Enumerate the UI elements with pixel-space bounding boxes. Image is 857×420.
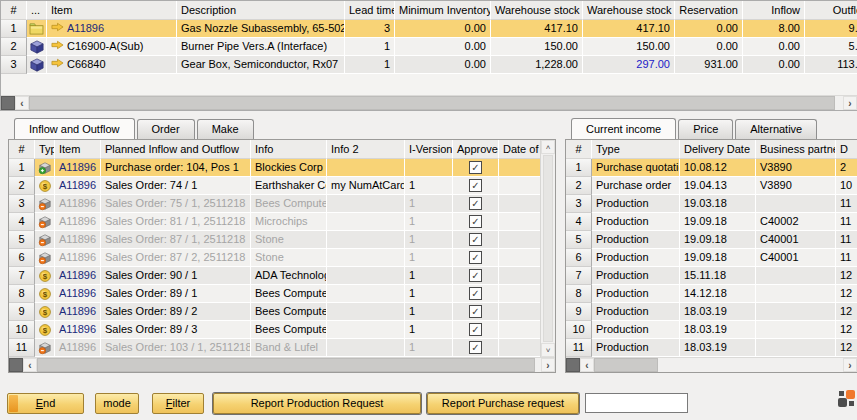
table-row[interactable]: 1Purchase quotation10.08.12V38902 <box>566 159 857 177</box>
row-number[interactable]: 1 <box>9 159 35 177</box>
table-row[interactable]: 8Production14.12.1812 <box>566 285 857 303</box>
link-arrow-icon[interactable] <box>51 20 64 37</box>
items-hscrollbar[interactable]: ‹ › <box>1 95 857 110</box>
approved-checkbox[interactable]: ✓ <box>469 269 482 282</box>
table-row[interactable]: 2C16900-A(Sub)Burner Pipe Vers.A (Interf… <box>1 38 857 56</box>
scroll-thumb[interactable] <box>37 358 535 372</box>
row-number[interactable]: 10 <box>9 321 35 339</box>
approved-checkbox[interactable]: ✓ <box>469 287 482 300</box>
scroll-left-button[interactable]: ‹ <box>23 358 37 372</box>
table-row[interactable]: 2$A11896Sales Order: 74 / 1Earthshaker C… <box>9 177 540 195</box>
row-number[interactable]: 5 <box>9 231 35 249</box>
table-row[interactable]: 3C66840Gear Box, Semiconductor, Rx0710.0… <box>1 56 857 74</box>
table-row[interactable]: 3A11896Sales Order: 75 / 1, 2511218Bees … <box>9 195 540 213</box>
row-number[interactable]: 3 <box>9 195 35 213</box>
row-number[interactable]: 3 <box>566 195 592 213</box>
approved-checkbox[interactable]: ✓ <box>469 251 482 264</box>
tab-make[interactable]: Make <box>197 119 254 139</box>
row-number[interactable]: 8 <box>9 285 35 303</box>
link-arrow-icon[interactable] <box>51 56 64 73</box>
row-number[interactable]: 4 <box>566 213 592 231</box>
filter-button[interactable]: Filter <box>152 393 204 414</box>
approved-checkbox[interactable]: ✓ <box>469 233 482 246</box>
column-header: Outflow <box>805 1 857 20</box>
resize-grip-icon[interactable] <box>838 390 855 407</box>
table-row[interactable]: 11A11896Sales Order: 103 / 1, 2511218Ban… <box>9 339 540 357</box>
inflow: 0.00 <box>743 38 805 56</box>
scroll-left-button[interactable]: ‹ <box>580 358 594 372</box>
approved-checkbox[interactable]: ✓ <box>469 215 482 228</box>
tab-price[interactable]: Price <box>678 119 733 139</box>
table-row[interactable]: 3Production19.03.1811 <box>566 195 857 213</box>
row-number[interactable]: 8 <box>566 285 592 303</box>
end-button[interactable]: End <box>7 393 84 414</box>
row-number[interactable]: 2 <box>1 38 27 56</box>
table-row[interactable]: 10$A11896Sales Order: 89 / 3Bees Compute… <box>9 321 540 339</box>
row-number[interactable]: 7 <box>566 267 592 285</box>
table-row[interactable]: 11Production18.03.1912 <box>566 339 857 357</box>
row-number[interactable]: 6 <box>9 249 35 267</box>
table-row[interactable]: 2Purchase order19.04.13V389010 <box>566 177 857 195</box>
row-number[interactable]: 9 <box>9 303 35 321</box>
row-number[interactable]: 11 <box>566 339 592 357</box>
row-number[interactable]: 1 <box>1 20 27 38</box>
approved-checkbox[interactable]: ✓ <box>469 323 482 336</box>
approved-checkbox[interactable]: ✓ <box>469 197 482 210</box>
row-number[interactable]: 5 <box>566 231 592 249</box>
scroll-thumb[interactable] <box>543 155 553 342</box>
right-hscrollbar[interactable]: ‹ › <box>566 357 857 372</box>
table-row[interactable]: 5A11896Sales Order: 87 / 1, 2511218Stone… <box>9 231 540 249</box>
table-row[interactable]: 9$A11896Sales Order: 89 / 2Bees Computer… <box>9 303 540 321</box>
left-hscrollbar[interactable]: ‹ › <box>9 357 555 372</box>
scroll-right-button[interactable]: › <box>843 96 857 110</box>
business-partner <box>756 339 836 357</box>
scroll-down-button[interactable]: ˅ <box>541 343 555 357</box>
table-row[interactable]: 4A11896Sales Order: 81 / 1, 2511218Micro… <box>9 213 540 231</box>
left-vscrollbar[interactable]: ˄ ˅ <box>540 140 555 357</box>
table-row[interactable]: 1A11896Gas Nozzle Subassembly, 65-502543… <box>1 20 857 38</box>
scroll-thumb[interactable] <box>29 96 835 110</box>
scroll-right-button[interactable]: › <box>843 358 857 372</box>
item-description: Gear Box, Semiconductor, Rx07 <box>177 56 345 74</box>
table-row[interactable]: 8$A11896Sales Order: 89 / 1Bees Computer… <box>9 285 540 303</box>
mrp-window: #...ItemDescriptionLead timeMinimum Inve… <box>0 0 857 420</box>
tab-alternative[interactable]: Alternative <box>735 119 817 139</box>
info: Blockies Corp <box>251 159 327 177</box>
row-number[interactable]: 10 <box>566 321 592 339</box>
mode-button[interactable]: mode <box>95 393 139 414</box>
link-arrow-icon[interactable] <box>51 38 64 55</box>
table-row[interactable]: 7$A11896Sales Order: 90 / 1ADA Technolog… <box>9 267 540 285</box>
row-number[interactable]: 4 <box>9 213 35 231</box>
scroll-left-button[interactable]: ‹ <box>15 96 29 110</box>
tab-inflow-and-outflow[interactable]: Inflow and Outflow <box>14 118 135 139</box>
scroll-thumb[interactable] <box>594 358 658 372</box>
approved-checkbox[interactable]: ✓ <box>469 161 482 174</box>
tab-current-income[interactable]: Current income <box>571 118 676 139</box>
row-number[interactable]: 6 <box>566 249 592 267</box>
table-row[interactable]: 1A11896Purchase order: 104, Pos 1Blockie… <box>9 159 540 177</box>
row-number[interactable]: 11 <box>9 339 35 357</box>
row-number[interactable]: 7 <box>9 267 35 285</box>
table-row[interactable]: 9Production18.03.1912 <box>566 303 857 321</box>
approved-checkbox[interactable]: ✓ <box>469 341 482 354</box>
row-number[interactable]: 3 <box>1 56 27 74</box>
warehouse-stock-2[interactable]: 297.00 <box>583 56 675 74</box>
approved-checkbox[interactable]: ✓ <box>469 179 482 192</box>
table-row[interactable]: 6Production19.09.18C4000111 <box>566 249 857 267</box>
row-number[interactable]: 2 <box>566 177 592 195</box>
table-row[interactable]: 4Production19.09.18C4000211 <box>566 213 857 231</box>
row-number[interactable]: 2 <box>9 177 35 195</box>
row-number[interactable]: 9 <box>566 303 592 321</box>
scroll-right-button[interactable]: › <box>541 358 555 372</box>
table-row[interactable]: 6A11896Sales Order: 87 / 2, 2511218Stone… <box>9 249 540 267</box>
approved-checkbox[interactable]: ✓ <box>469 305 482 318</box>
table-row[interactable]: 7Production15.11.1812 <box>566 267 857 285</box>
tab-order[interactable]: Order <box>137 119 195 139</box>
table-row[interactable]: 10Production18.03.1912 <box>566 321 857 339</box>
report-purchase-request-button[interactable]: Report Purchase request <box>427 393 579 414</box>
footer-input[interactable] <box>585 393 688 413</box>
report-production-request-button[interactable]: Report Production Request <box>213 393 421 414</box>
scroll-up-button[interactable]: ˄ <box>541 140 555 154</box>
row-number[interactable]: 1 <box>566 159 592 177</box>
table-row[interactable]: 5Production19.09.18C4000111 <box>566 231 857 249</box>
